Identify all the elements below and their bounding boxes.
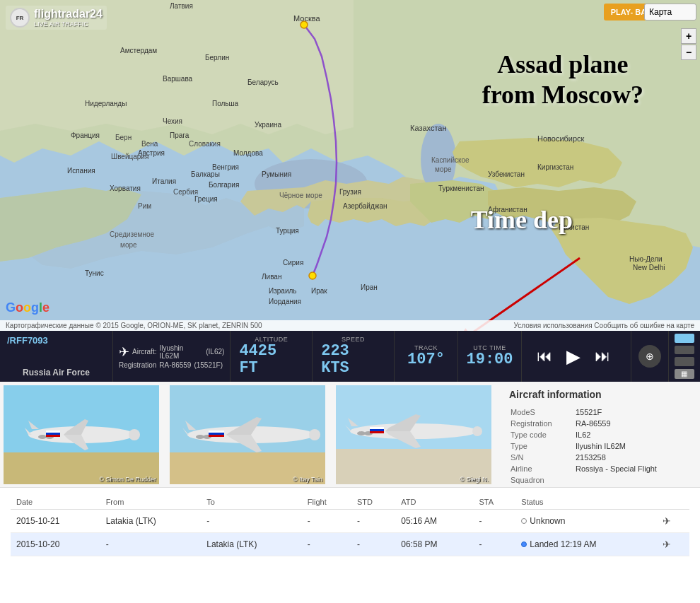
toggle-1[interactable] <box>675 334 694 343</box>
speed-value: 223 KTS <box>321 343 385 377</box>
track-value: 107° <box>407 351 445 368</box>
svg-text:море: море <box>435 165 452 173</box>
aircraft-info-title: Aircraft information <box>509 389 686 400</box>
right-controls: ⊕ <box>631 331 668 382</box>
status-dot <box>521 518 527 524</box>
zoom-in-button[interactable]: + <box>681 28 696 44</box>
table-row[interactable]: 2015-10-20 - Latakia (LTK) - - 06:58 PM … <box>11 533 689 556</box>
svg-rect-94 <box>209 435 224 437</box>
photos-row: © Simon De Rudder © Itay Tsin <box>0 382 700 488</box>
svg-text:море: море <box>120 241 137 249</box>
svg-text:Казахстан: Казахстан <box>410 124 447 132</box>
col-sta: STA <box>473 495 515 510</box>
svg-point-14 <box>309 272 316 279</box>
svg-text:Варшава: Варшава <box>163 75 193 83</box>
svg-text:Москва: Москва <box>293 14 320 23</box>
rewind-button[interactable]: ⏮ <box>532 346 556 367</box>
fast-forward-button[interactable]: ⏭ <box>590 346 614 367</box>
aircraft-name: Ilyushin IL62M <box>159 344 203 360</box>
info-row: RegistrationRA-86559 <box>511 418 684 428</box>
svg-text:Берн: Берн <box>115 134 132 141</box>
svg-text:Швейцария: Швейцария <box>111 153 148 160</box>
photo-1: © Simon De Rudder <box>4 385 159 484</box>
map-annotation-main: Assad plane from Moscow? <box>482 49 643 110</box>
info-row: Squadron <box>511 475 684 485</box>
info-value: Rossiya - Special Flight <box>576 464 684 474</box>
info-row: ModeS15521F <box>511 407 684 417</box>
flight-id-section: /RFF7093 Russia Air Force <box>0 331 113 382</box>
settings-button[interactable]: ⊕ <box>638 345 661 368</box>
altitude-block: ALTITUDE 4425 FT <box>231 331 313 382</box>
svg-text:Ирак: Ирак <box>311 287 327 295</box>
svg-rect-107 <box>370 431 384 433</box>
svg-text:New Delhi: New Delhi <box>633 264 665 271</box>
aircraft-info-panel: Aircraft information ModeS15521FRegistra… <box>495 382 700 487</box>
info-value: 15521F <box>576 407 684 417</box>
svg-point-98 <box>472 426 482 436</box>
aircraft-icon: ✈ <box>119 344 129 360</box>
registration-label: Registration <box>119 361 156 369</box>
svg-text:Чехия: Чехия <box>163 117 182 125</box>
status-dot <box>521 541 527 547</box>
info-label: S/N <box>511 452 574 462</box>
aircraft-row: ✈ Aircraft: Ilyushin IL62M (IL62) <box>119 344 224 360</box>
info-label: ModeS <box>511 407 574 417</box>
svg-rect-106 <box>370 429 384 431</box>
info-value: RA-86559 <box>576 418 684 428</box>
info-label: Airline <box>511 464 574 474</box>
table-header-row: Date From To Flight STD ATD STA Status <box>11 495 689 510</box>
svg-text:Вена: Вена <box>141 140 158 148</box>
svg-text:Сербия: Сербия <box>173 188 198 196</box>
flight-table-section: Date From To Flight STD ATD STA Status 2… <box>0 488 700 563</box>
col-to: To <box>201 495 302 510</box>
svg-text:Италия: Италия <box>152 177 176 185</box>
cell-icon: ✈ <box>657 510 689 533</box>
svg-text:Амстердам: Амстердам <box>120 47 157 54</box>
photo-2-svg <box>170 385 325 484</box>
cell-date: 2015-10-20 <box>11 533 100 556</box>
col-std: STD <box>351 495 395 510</box>
svg-rect-80 <box>46 433 60 435</box>
info-label: Squadron <box>511 475 574 485</box>
photo-1-svg <box>4 385 159 484</box>
col-atd: ATD <box>395 495 473 510</box>
toggle-2[interactable] <box>675 346 694 355</box>
status-text: Landed 12:19 AM <box>530 539 596 549</box>
svg-text:Прага: Прага <box>170 131 189 139</box>
cell-flight: - <box>302 533 351 556</box>
row-plane-icon: ✈ <box>663 539 671 550</box>
cell-icon: ✈ <box>657 533 689 556</box>
info-row: AirlineRossiya - Special Flight <box>511 464 684 474</box>
track-block: TRACK 107° <box>395 331 458 382</box>
svg-text:Украина: Украина <box>255 121 282 129</box>
info-row: TypeIlyushin IL62M <box>511 441 684 451</box>
cell-flight: - <box>302 510 351 533</box>
map-type-select[interactable]: Карта Спутник Рельеф <box>644 4 696 21</box>
toggle-chart[interactable]: ▦ <box>675 369 694 379</box>
table-row[interactable]: 2015-10-21 Latakia (LTK) - - - 05:16 AM … <box>11 510 689 533</box>
playback-controls: ⏮ ▶ ⏭ <box>522 331 631 382</box>
svg-rect-81 <box>46 435 60 437</box>
toggle-3[interactable] <box>675 357 694 366</box>
svg-point-85 <box>309 429 320 440</box>
map-annotation-timedep: Time dep <box>471 205 573 235</box>
cell-atd: 06:58 PM <box>395 533 473 556</box>
cell-sta: - <box>473 533 515 556</box>
info-value <box>576 475 684 485</box>
svg-text:Словакия: Словакия <box>189 140 221 148</box>
svg-text:Румыния: Румыния <box>262 170 291 178</box>
cell-sta: - <box>473 510 515 533</box>
photo-3-svg <box>336 385 491 484</box>
svg-rect-93 <box>209 433 224 435</box>
aircraft-label: Aircraft: <box>132 348 156 356</box>
play-button[interactable]: ▶ <box>562 344 585 369</box>
svg-rect-92 <box>209 431 224 433</box>
cell-atd: 05:16 AM <box>395 510 473 533</box>
info-row: S/N2153258 <box>511 452 684 462</box>
flight-table: Date From To Flight STD ATD STA Status 2… <box>11 495 689 556</box>
zoom-out-button[interactable]: − <box>681 45 696 60</box>
svg-rect-79 <box>46 431 60 433</box>
svg-text:Узбекистан: Узбекистан <box>488 170 525 178</box>
logo-bar: FR flightradar24 LIVE AIR TRAFFIC <box>6 6 107 30</box>
status-text: Unknown <box>530 516 565 526</box>
